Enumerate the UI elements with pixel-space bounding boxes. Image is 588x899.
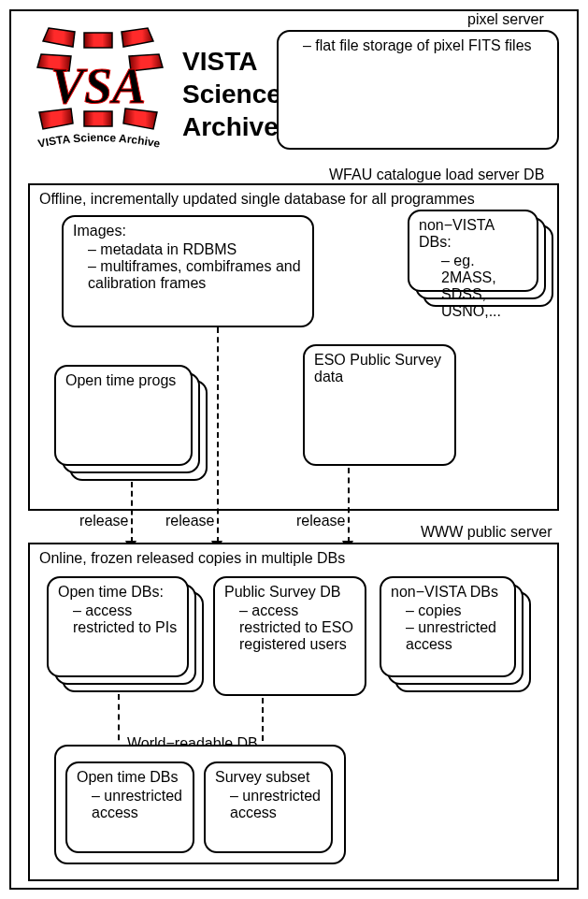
release-label: release bbox=[79, 513, 128, 529]
wr-survey-subset-box: Survey subset unrestricted access bbox=[204, 761, 333, 853]
eso-title: ESO Public Survey data bbox=[314, 352, 447, 385]
wr-survey-subset-item: unrestricted access bbox=[230, 788, 323, 821]
images-item: metadata in RDBMS bbox=[88, 241, 305, 258]
pixel-server-label: pixel server bbox=[467, 11, 544, 28]
nonvista-public-item: unrestricted access bbox=[406, 619, 507, 653]
svg-marker-2 bbox=[122, 28, 153, 47]
nonvista-load-item: eg. 2MASS, SDSS, USNO,... bbox=[434, 253, 529, 320]
connector bbox=[262, 698, 264, 750]
opentime-public-box: Open time DBs: access restricted to PIs bbox=[47, 576, 189, 677]
opentime-public-title: Open time DBs: bbox=[58, 584, 179, 601]
images-title: Images: bbox=[73, 223, 305, 239]
opentime-load-title: Open time progs bbox=[65, 372, 183, 389]
svg-text:VISTA Science Archive: VISTA Science Archive bbox=[36, 131, 161, 151]
pixel-server-item: flat file storage of pixel FITS files bbox=[303, 37, 550, 54]
vsa-logo: VSA VISTA Science Archive bbox=[19, 21, 178, 159]
public-survey-box: Public Survey DB access restricted to ES… bbox=[213, 576, 366, 696]
nonvista-public-title: non−VISTA DBs bbox=[391, 584, 507, 601]
pixel-server-box: flat file storage of pixel FITS files bbox=[277, 30, 559, 150]
load-server-caption: Offline, incrementally updated single da… bbox=[39, 191, 550, 208]
svg-marker-0 bbox=[43, 28, 75, 47]
eso-box: ESO Public Survey data bbox=[303, 344, 456, 466]
title-line: Archive bbox=[182, 110, 281, 143]
load-server-label: WFAU catalogue load server DB bbox=[329, 167, 544, 183]
title-line: Science bbox=[182, 78, 281, 110]
wr-survey-subset-title: Survey subset bbox=[215, 769, 323, 786]
opentime-load-box: Open time progs bbox=[54, 365, 193, 466]
connector bbox=[131, 482, 133, 543]
wr-opentime-box: Open time DBs unrestricted access bbox=[65, 761, 194, 853]
nonvista-public-item: copies bbox=[406, 602, 507, 619]
opentime-public-item: access restricted to PIs bbox=[73, 602, 179, 636]
public-server-label: WWW public server bbox=[421, 524, 552, 541]
public-survey-item: access restricted to ESO registered user… bbox=[239, 602, 357, 653]
connector bbox=[217, 327, 219, 543]
logo-text: VSA bbox=[50, 58, 146, 114]
logo-caption: VISTA Science Archive bbox=[36, 131, 161, 151]
public-survey-title: Public Survey DB bbox=[224, 584, 357, 601]
connector bbox=[348, 468, 350, 543]
title-line: VISTA bbox=[182, 45, 281, 78]
svg-marker-1 bbox=[84, 33, 112, 48]
wr-opentime-item: unrestricted access bbox=[92, 788, 185, 821]
images-item: multiframes, combiframes and calibration… bbox=[88, 258, 305, 292]
wr-opentime-title: Open time DBs bbox=[77, 769, 185, 786]
page-title: VISTA Science Archive bbox=[182, 45, 281, 143]
nonvista-public-box: non−VISTA DBs copies unrestricted access bbox=[380, 576, 516, 677]
images-box: Images: metadata in RDBMS multiframes, c… bbox=[62, 215, 314, 327]
nonvista-load-box: non−VISTA DBs: eg. 2MASS, SDSS, USNO,... bbox=[408, 210, 538, 292]
connector bbox=[118, 694, 120, 750]
nonvista-load-title: non−VISTA DBs: bbox=[419, 217, 529, 251]
release-label: release bbox=[296, 513, 345, 529]
public-server-caption: Online, frozen released copies in multip… bbox=[39, 550, 550, 567]
release-label: release bbox=[165, 513, 214, 529]
